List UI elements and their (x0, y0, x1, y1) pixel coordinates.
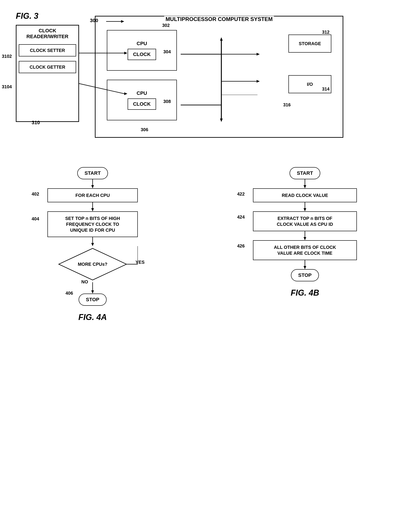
ref-306: 306 (141, 127, 148, 132)
clock-inner-top: CLOCK (128, 49, 156, 60)
clock-getter-box: CLOCK GETTER (19, 61, 76, 73)
arrow1-4b (301, 179, 308, 188)
arrow2-4b (301, 202, 308, 211)
extract-top-wrapper: 424 EXTRACT TOP n BITS OF CLOCK VALUE AS… (253, 211, 357, 231)
svg-marker-34 (304, 237, 306, 240)
extract-top-box: EXTRACT TOP n BITS OF CLOCK VALUE AS CPU… (253, 211, 357, 231)
svg-marker-36 (304, 266, 306, 269)
ref-308: 308 (163, 99, 171, 104)
ref-312: 312 (322, 29, 329, 35)
ref-424: 424 (237, 215, 245, 220)
all-other-bits-wrapper: 426 ALL OTHER BITS OF CLOCK VALUE ARE CL… (253, 240, 357, 260)
ref-310: 310 (32, 120, 40, 125)
for-each-cpu-wrapper: 402 FOR EACH CPU (48, 188, 138, 202)
yes-label-4a: YES (135, 260, 144, 265)
arrow2-4a (89, 202, 96, 211)
svg-marker-32 (304, 208, 306, 211)
read-clock-wrapper: 422 READ CLOCK VALUE (253, 188, 357, 202)
svg-marker-30 (304, 185, 306, 188)
ref-3102: 3102 (2, 54, 12, 59)
ref-406: 406 (66, 291, 73, 296)
read-clock-box: READ CLOCK VALUE (253, 188, 357, 202)
fig3-label: FIG. 3 (16, 11, 39, 21)
fig4b-area: START 422 READ CLOCK VALUE 424 EXTRACT T… (203, 162, 406, 298)
set-top-bits-wrapper: 404 SET TOP n BITS OF HIGH FREQUENCY CLO… (48, 211, 138, 237)
clock-setter-box: CLOCK SETTER (19, 44, 76, 57)
arrow4-4b (301, 260, 308, 269)
svg-marker-17 (91, 185, 94, 188)
arrow1-4a (89, 179, 96, 188)
ref-3104: 3104 (2, 84, 12, 89)
ref-304: 304 (163, 49, 171, 54)
svg-marker-19 (91, 208, 94, 211)
cpu-bottom-label: CPU (137, 90, 147, 96)
more-cpus-text: MORE CPUs? (78, 261, 107, 267)
crw-title: CLOCKREADER/WRITER (19, 28, 76, 40)
ref-316: 316 (283, 102, 291, 107)
clock-reader-writer-box: CLOCKREADER/WRITER 3102 CLOCK SETTER 310… (16, 25, 79, 122)
fig4b-label: FIG. 4B (291, 288, 319, 298)
fig4b-stop: STOP (291, 269, 319, 281)
clock-inner-bottom: CLOCK (128, 98, 156, 110)
multiprocessor-box: MULTIPROCESSOR COMPUTER SYSTEM CPU CLOCK… (95, 16, 343, 138)
ref-426: 426 (237, 243, 245, 249)
no-label-4a: NO (81, 279, 88, 285)
ref-422: 422 (237, 191, 245, 197)
for-each-cpu-box: FOR EACH CPU (48, 188, 138, 202)
more-cpus-wrapper: MORE CPUs? YES NO 406 (48, 246, 138, 282)
svg-marker-21 (91, 243, 94, 246)
arrow3-4b (301, 231, 308, 240)
set-top-bits-box: SET TOP n BITS OF HIGH FREQUENCY CLOCK T… (48, 211, 138, 237)
fig3-area: FIG. 3 CLOCKREADER/WRITER 3102 CLOCK SET… (9, 9, 406, 149)
cpu-top-label: CPU (137, 41, 147, 47)
fig4a-stop: STOP (79, 294, 106, 306)
ref-314: 314 (322, 86, 329, 92)
fig4a-area: START 402 FOR EACH CPU 404 SET TOP n BIT… (9, 162, 176, 322)
svg-marker-28 (91, 290, 94, 294)
storage-box: STORAGE (289, 35, 331, 53)
ref-404: 404 (32, 216, 39, 221)
ref-402: 402 (32, 191, 39, 197)
fig4a-label: FIG. 4A (78, 313, 107, 322)
fig4b-start: START (289, 167, 320, 179)
mps-title: MULTIPROCESSOR COMPUTER SYSTEM (164, 16, 274, 22)
arrow4-4a (89, 282, 96, 294)
all-other-bits-box: ALL OTHER BITS OF CLOCK VALUE ARE CLOCK … (253, 240, 357, 260)
ref-302: 302 (162, 23, 170, 28)
fig4a-start: START (77, 167, 108, 179)
arrow3-4a (89, 237, 96, 246)
